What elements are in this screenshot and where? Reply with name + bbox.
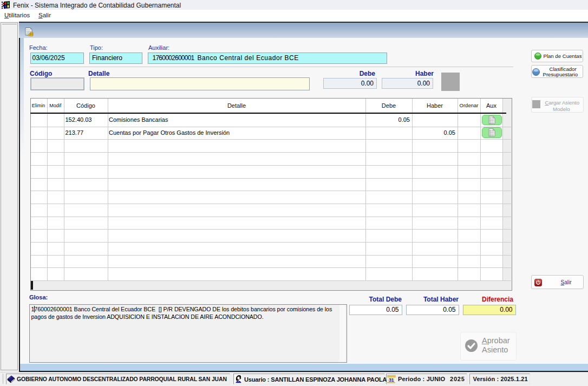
svg-text:31: 31 xyxy=(388,376,394,382)
